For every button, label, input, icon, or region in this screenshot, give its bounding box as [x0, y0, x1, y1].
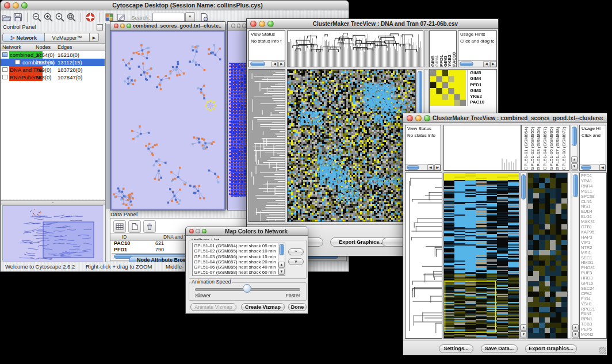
float-window-icon[interactable] — [97, 24, 103, 30]
column-dendrogram[interactable] — [443, 125, 521, 171]
column-dendrogram[interactable] — [287, 30, 423, 67]
scroll-left-icon[interactable]: ◀ — [483, 61, 489, 67]
zoom-fit-icon[interactable] — [66, 12, 77, 23]
zoom-button[interactable] — [21, 2, 28, 9]
attribute-item[interactable]: GPL51-06 (GSM865) heat shock 40 min — [193, 265, 285, 270]
scroll-left-icon[interactable]: ◀ — [427, 164, 434, 171]
minimize-button[interactable] — [13, 2, 19, 9]
dialog-titlebar[interactable]: Map Colors to Network — [186, 227, 308, 236]
attribute-item[interactable]: GPL51-01 (GSM854) heat shock 05 min — [193, 243, 285, 248]
attribute-item[interactable]: GPL51-04 (GSM857) heat shock 20 min — [193, 259, 285, 265]
gene-label[interactable]: PFD1 — [470, 82, 484, 88]
array-label[interactable]: GPL51-04 (GSM857) — [542, 125, 548, 170]
view-status-hscrollbar[interactable]: ◀▶ — [249, 60, 285, 67]
network-row[interactable]: combined_sco 2569(6) 13112(15) — [1, 59, 105, 66]
scroll-up-icon[interactable]: ▲ — [278, 262, 285, 268]
resize-grip[interactable] — [599, 347, 606, 354]
treeview2-titlebar[interactable]: ClusterMaker TreeView : combined_scores_… — [403, 113, 607, 123]
scroll-thumb[interactable] — [581, 165, 591, 170]
network-row[interactable]: DNA and Tran 07 769(0) 183728(0) — [1, 66, 105, 74]
search-input[interactable] — [152, 13, 185, 22]
close-button[interactable] — [189, 229, 194, 233]
gene-label[interactable]: GIM5 — [470, 70, 484, 76]
gene-label[interactable]: PAC10 — [470, 99, 484, 105]
minimize-button[interactable] — [415, 115, 422, 121]
zoom-button[interactable] — [424, 115, 430, 121]
tab-vizmapper[interactable]: VizMapper™ — [45, 33, 90, 42]
scroll-right-icon[interactable]: ▶ — [434, 164, 441, 171]
zoom-in-icon[interactable] — [43, 12, 54, 23]
scroll-down-icon[interactable]: ▼ — [278, 269, 285, 275]
gene-label[interactable]: YKE2 — [470, 94, 484, 99]
scroll-thumb[interactable] — [407, 165, 419, 170]
select-attributes-icon[interactable] — [113, 220, 126, 233]
array-label[interactable]: GPL51-06 (GSM865) — [548, 125, 554, 170]
scroll-down-icon[interactable]: ▼ — [572, 331, 579, 338]
scroll-left-icon[interactable]: ◀ — [599, 164, 606, 171]
close-button[interactable] — [4, 2, 10, 9]
array-label[interactable]: GPL51-03 (GSM856) — [536, 125, 542, 170]
attribute-listbox[interactable]: GPL51-01 (GSM854) heat shock 05 minGPL51… — [192, 243, 285, 276]
array-label[interactable]: GPL51-08 (GSM872) — [561, 125, 567, 170]
animate-vizmap-button[interactable]: Animate Vizmap — [190, 303, 236, 311]
network-overview[interactable] — [2, 205, 103, 260]
attribute-item[interactable]: GPL51-07 (GSM868) heat shock 60 min — [193, 270, 285, 275]
array-label[interactable]: GPL51-01 (GSM854) — [523, 125, 529, 170]
array-label[interactable]: GIM4 — [435, 31, 439, 67]
move-down-button[interactable]: v — [288, 258, 304, 265]
close-button[interactable] — [114, 24, 118, 28]
scroll-right-icon[interactable]: ▶ — [278, 61, 285, 67]
treeview1-titlebar[interactable]: ClusterMaker TreeView : DNA and Tran 07-… — [247, 19, 498, 29]
scroll-left-icon[interactable]: ◀ — [271, 61, 278, 67]
zoom-button[interactable] — [242, 24, 246, 28]
array-label[interactable]: GPL51-02 (GSM855) — [529, 125, 536, 170]
close-button[interactable] — [407, 115, 413, 121]
scroll-thumb[interactable] — [573, 174, 578, 197]
save-session-icon[interactable] — [12, 12, 24, 23]
tab-network[interactable]: Network — [2, 33, 45, 42]
attribute-item[interactable]: GPL51-03 (GSM856) heat shock 15 min — [193, 254, 285, 259]
network-row[interactable]: RNAPuberNov2+ 563(0) 107847(0) — [1, 74, 105, 81]
global-vscrollbar[interactable]: ▲▼ — [520, 173, 527, 339]
tab-overflow-button[interactable]: ▶ — [90, 33, 99, 42]
usage-hints-hscrollbar[interactable]: ◀▶ — [458, 60, 496, 67]
close-button[interactable] — [250, 21, 257, 27]
speed-slider-thumb[interactable] — [243, 284, 251, 293]
array-label[interactable]: PAC10 — [452, 31, 456, 67]
network-view-titlebar[interactable]: combined_scores_good.txt--cluste... — [110, 22, 225, 30]
done-button[interactable]: Done — [288, 303, 307, 311]
gene-label[interactable]: MON2 — [581, 332, 606, 338]
settings-button[interactable]: Settings... — [439, 344, 473, 353]
top-vscrollbar[interactable]: ▲▼ — [571, 125, 578, 171]
scroll-thumb[interactable] — [460, 62, 473, 66]
scroll-down-icon[interactable]: ▼ — [571, 163, 577, 170]
create-vizmap-button[interactable]: Create Vizmap — [241, 303, 285, 311]
gene-dendrogram[interactable] — [405, 173, 442, 339]
zoom-button[interactable] — [202, 229, 206, 233]
zoom-button[interactable] — [267, 21, 274, 27]
minimize-button[interactable] — [120, 24, 125, 28]
zoom-out-icon[interactable] — [31, 12, 43, 23]
minimize-button[interactable] — [196, 229, 200, 233]
export-graphics-button[interactable]: Export Graphics... — [525, 344, 577, 353]
heatmap-zoom[interactable] — [527, 173, 568, 339]
view-status-hscrollbar[interactable]: ◀▶ — [406, 164, 441, 170]
help-ring-icon[interactable] — [85, 12, 96, 23]
minimize-button[interactable] — [237, 24, 241, 28]
heatmap-global[interactable] — [287, 69, 416, 222]
network-row[interactable]: combined_scores 2764(0) 16218(0) — [1, 51, 105, 59]
delete-attribute-icon[interactable] — [143, 220, 156, 233]
gene-label[interactable]: GIM3 — [470, 88, 484, 94]
panel-splitter[interactable] — [1, 200, 105, 205]
scroll-up-icon[interactable]: ▲ — [521, 324, 527, 331]
scroll-thumb[interactable] — [250, 62, 265, 66]
zoom-selected-icon[interactable] — [54, 12, 66, 23]
scroll-up-icon[interactable]: ▲ — [572, 324, 579, 331]
close-button[interactable] — [231, 24, 235, 28]
move-up-button[interactable]: ^ — [288, 248, 304, 255]
list-vscrollbar[interactable]: ▲▼ — [278, 243, 285, 275]
gene-dendrogram[interactable] — [248, 69, 285, 222]
array-label[interactable]: GPL51-07 (GSM868) — [554, 125, 561, 170]
scroll-right-icon[interactable]: ▶ — [490, 61, 496, 67]
attribute-item[interactable]: GPL51-02 (GSM855) heat shock 10 min — [193, 248, 285, 254]
